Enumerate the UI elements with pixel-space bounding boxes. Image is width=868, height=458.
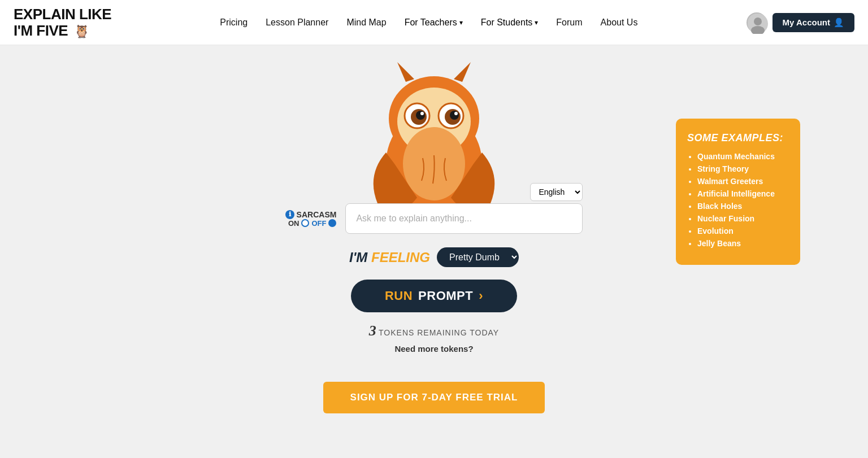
- search-input[interactable]: [345, 203, 583, 234]
- logo[interactable]: EXPLAIN LIKE I'M FIVE 🦉: [14, 6, 111, 38]
- search-box: English Spanish French German: [345, 203, 583, 234]
- feeling-row: I'M FEELING Pretty Dumb Average Smart Ge…: [349, 247, 519, 267]
- tokens-row: 3 TOKENS REMAINING TODAY: [369, 322, 499, 339]
- sarcasm-control: ℹ SARCASM ON OFF: [285, 210, 337, 228]
- example-item[interactable]: String Theory: [697, 164, 789, 173]
- logo-owl-icon: 🦉: [74, 25, 89, 38]
- nav-links: Pricing Lesson Planner Mind Map For Teac…: [220, 18, 637, 28]
- sarcasm-label: ℹ SARCASM: [285, 210, 337, 219]
- run-prompt-button[interactable]: RUN PROMPT ›: [351, 280, 517, 312]
- svg-point-1: [754, 18, 762, 25]
- feeling-select[interactable]: Pretty Dumb Average Smart Genius: [437, 247, 519, 267]
- nav-lesson-planner[interactable]: Lesson Planner: [266, 18, 328, 28]
- my-account-button[interactable]: My Account 👤: [772, 13, 854, 32]
- search-area: ℹ SARCASM ON OFF English Spanish French …: [285, 203, 583, 234]
- feeling-label-im: I'M FEELING: [349, 250, 430, 265]
- nav-pricing[interactable]: Pricing: [220, 18, 248, 28]
- sarcasm-info-icon[interactable]: ℹ: [285, 210, 294, 219]
- owl-illustration: [349, 51, 519, 198]
- examples-list: Quantum Mechanics String Theory Walmart …: [687, 152, 789, 248]
- prompt-text: PROMPT: [418, 289, 473, 303]
- svg-point-13: [450, 111, 459, 120]
- sarcasm-off-label[interactable]: OFF: [311, 219, 326, 228]
- main-content: Some Examples: Quantum Mechanics String …: [0, 45, 868, 458]
- logo-text-line2: I'M FIVE 🦉: [14, 23, 111, 39]
- example-item[interactable]: Artificial Intelligence: [697, 189, 789, 198]
- avatar[interactable]: [747, 12, 767, 33]
- example-item[interactable]: Evolution: [697, 226, 789, 235]
- run-arrow-icon: ›: [479, 289, 483, 303]
- nav-mind-map[interactable]: Mind Map: [346, 18, 386, 28]
- sarcasm-on-radio[interactable]: [301, 219, 309, 227]
- example-item[interactable]: Jelly Beans: [697, 239, 789, 248]
- sarcasm-on-label[interactable]: ON: [288, 219, 300, 228]
- svg-marker-5: [397, 62, 414, 82]
- example-item[interactable]: Quantum Mechanics: [697, 152, 789, 161]
- svg-point-12: [416, 111, 425, 120]
- nav-account-area: My Account 👤: [747, 12, 854, 33]
- language-select[interactable]: English Spanish French German: [530, 183, 583, 201]
- navbar: EXPLAIN LIKE I'M FIVE 🦉 Pricing Lesson P…: [0, 0, 868, 45]
- tokens-count: 3: [369, 322, 376, 339]
- need-more-tokens-link[interactable]: Need more tokens?: [394, 344, 473, 354]
- account-person-icon: 👤: [834, 18, 844, 28]
- sarcasm-off-radio[interactable]: [328, 219, 336, 227]
- run-text: RUN: [385, 289, 413, 303]
- svg-marker-6: [454, 62, 471, 82]
- example-item[interactable]: Black Holes: [697, 202, 789, 211]
- svg-point-15: [454, 112, 458, 115]
- logo-text-line1: EXPLAIN LIKE: [14, 6, 111, 23]
- nav-forum[interactable]: Forum: [556, 18, 582, 28]
- svg-point-14: [420, 112, 424, 115]
- signup-trial-button[interactable]: SIGN UP FOR 7-DAY FREE TRIAL: [323, 382, 545, 413]
- nav-about-us[interactable]: About Us: [601, 18, 638, 28]
- example-item[interactable]: Walmart Greeters: [697, 177, 789, 186]
- nav-for-students[interactable]: For Students: [481, 18, 539, 28]
- sarcasm-text: SARCASM: [297, 210, 337, 219]
- nav-for-teachers[interactable]: For Teachers: [405, 18, 463, 28]
- sarcasm-toggle[interactable]: ON OFF: [288, 219, 337, 228]
- example-item[interactable]: Nuclear Fusion: [697, 214, 789, 223]
- tokens-label: TOKENS REMAINING TODAY: [379, 328, 499, 337]
- examples-box: Some Examples: Quantum Mechanics String …: [676, 119, 800, 265]
- examples-title: Some Examples:: [687, 132, 789, 144]
